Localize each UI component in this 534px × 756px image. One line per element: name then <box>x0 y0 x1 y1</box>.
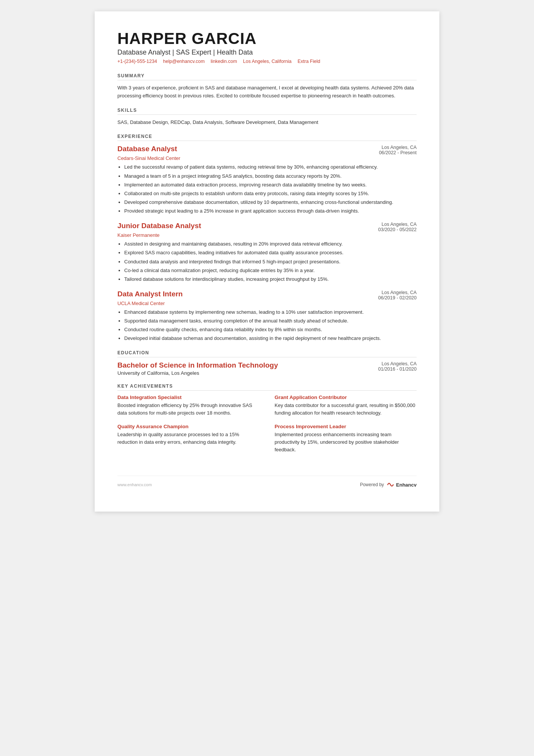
footer: www.enhancv.com Powered by Enhancv <box>117 476 417 489</box>
summary-section: SUMMARY With 3 years of experience, prof… <box>117 73 417 100</box>
bullet: Conducted routine quality checks, enhanc… <box>124 326 417 333</box>
exp-bullets-2: Enhanced database systems by implementin… <box>117 308 417 343</box>
exp-location-1: Los Angeles, CA <box>367 222 417 227</box>
edu-right-0: Los Angeles, CA 01/2016 - 01/2020 <box>378 361 417 372</box>
candidate-name: HARPER GARCIA <box>117 30 417 48</box>
summary-label: SUMMARY <box>117 73 417 80</box>
bullet: Conducted data analysis and interpreted … <box>124 258 417 266</box>
achievements-section: KEY ACHIEVEMENTS Data Integration Specia… <box>117 383 417 461</box>
achievement-text-2: Leadership in quality assurance processe… <box>117 431 259 446</box>
experience-label: EXPERIENCE <box>117 134 417 141</box>
achievement-title-3: Process Improvement Leader <box>275 424 417 429</box>
contact-extra: Extra Field <box>298 59 320 64</box>
bullet: Implemented an automated data extraction… <box>124 181 417 189</box>
achievement-title-1: Grant Application Contributor <box>275 394 417 400</box>
bullet: Explored SAS macro capabilities, leading… <box>124 249 417 257</box>
bullet: Co-led a clinical data normalization pro… <box>124 267 417 274</box>
exp-dates-1: 03/2020 - 05/2022 <box>367 227 417 232</box>
exp-dates-2: 06/2019 - 02/2020 <box>367 295 417 301</box>
exp-dates-0: 06/2022 - Present <box>367 150 417 155</box>
exp-bullets-0: Led the successful revamp of patient dat… <box>117 163 417 215</box>
exp-bullets-1: Assisted in designing and maintaining da… <box>117 240 417 283</box>
exp-header-1: Junior Database Analyst Los Angeles, CA … <box>117 222 417 232</box>
exp-item-2: Data Analyst Intern Los Angeles, CA 06/2… <box>117 290 417 343</box>
enhancv-logo-icon <box>386 481 395 489</box>
edu-item-0: Bachelor of Science in Information Techn… <box>117 361 417 376</box>
exp-company-0: Cedars-Sinai Medical Center <box>117 155 417 161</box>
contact-phone: +1-(234)-555-1234 <box>117 59 157 64</box>
achievement-title-2: Quality Assurance Champion <box>117 424 259 429</box>
edu-left: Bachelor of Science in Information Techn… <box>117 361 278 376</box>
exp-right-1: Los Angeles, CA 03/2020 - 05/2022 <box>367 222 417 232</box>
exp-company-1: Kaiser Permanente <box>117 232 417 238</box>
achievement-text-1: Key data contributor for a successful gr… <box>275 402 417 417</box>
exp-title-2: Data Analyst Intern <box>117 290 183 298</box>
achievement-item-1: Grant Application Contributor Key data c… <box>275 394 417 417</box>
exp-location-0: Los Angeles, CA <box>367 145 417 150</box>
summary-text: With 3 years of experience, proficient i… <box>117 84 417 100</box>
exp-company-2: UCLA Medical Center <box>117 301 417 306</box>
powered-by-text: Powered by <box>360 482 384 487</box>
footer-right: Powered by Enhancv <box>360 481 417 489</box>
achievements-grid: Data Integration Specialist Boosted inte… <box>117 394 417 461</box>
bullet: Enhanced database systems by implementin… <box>124 308 417 316</box>
bullet: Tailored database solutions for interdis… <box>124 275 417 283</box>
exp-item-0: Database Analyst Los Angeles, CA 06/2022… <box>117 145 417 215</box>
exp-header-2: Data Analyst Intern Los Angeles, CA 06/2… <box>117 290 417 301</box>
achievement-text-3: Implemented process enhancements increas… <box>275 431 417 454</box>
bullet: Developed comprehensive database documen… <box>124 199 417 206</box>
bullet: Led the successful revamp of patient dat… <box>124 163 417 171</box>
edu-degree-0: Bachelor of Science in Information Techn… <box>117 361 278 369</box>
exp-header-0: Database Analyst Los Angeles, CA 06/2022… <box>117 145 417 155</box>
achievement-text-0: Boosted integration efficiency by 25% th… <box>117 402 259 417</box>
education-section: EDUCATION Bachelor of Science in Informa… <box>117 350 417 376</box>
resume-page: HARPER GARCIA Database Analyst | SAS Exp… <box>95 11 439 512</box>
contact-email[interactable]: help@enhancv.com <box>163 59 205 64</box>
achievements-label: KEY ACHIEVEMENTS <box>117 383 417 391</box>
exp-title-0: Database Analyst <box>117 145 177 153</box>
exp-right-0: Los Angeles, CA 06/2022 - Present <box>367 145 417 155</box>
education-label: EDUCATION <box>117 350 417 357</box>
skills-section: SKILLS SAS, Database Design, REDCap, Dat… <box>117 108 417 127</box>
skills-text: SAS, Database Design, REDCap, Data Analy… <box>117 119 417 127</box>
achievement-item-3: Process Improvement Leader Implemented p… <box>275 424 417 454</box>
contact-location: Los Angeles, California <box>243 59 292 64</box>
exp-right-2: Los Angeles, CA 06/2019 - 02/2020 <box>367 290 417 301</box>
achievement-item-2: Quality Assurance Champion Leadership in… <box>117 424 259 454</box>
edu-location-0: Los Angeles, CA <box>378 361 417 366</box>
exp-title-1: Junior Database Analyst <box>117 222 201 230</box>
bullet: Developed initial database schemas and d… <box>124 335 417 342</box>
contact-line: +1-(234)-555-1234 help@enhancv.com linke… <box>117 59 417 64</box>
edu-school-0: University of California, Los Angeles <box>117 370 278 376</box>
enhancv-brand-name: Enhancv <box>396 482 417 488</box>
bullet: Provided strategic input leading to a 25… <box>124 207 417 215</box>
bullet: Assisted in designing and maintaining da… <box>124 240 417 248</box>
enhancv-logo: Enhancv <box>386 481 417 489</box>
experience-section: EXPERIENCE Database Analyst Los Angeles,… <box>117 134 417 342</box>
exp-item-1: Junior Database Analyst Los Angeles, CA … <box>117 222 417 283</box>
footer-website: www.enhancv.com <box>117 482 152 487</box>
edu-dates-0: 01/2016 - 01/2020 <box>378 366 417 372</box>
achievement-item-0: Data Integration Specialist Boosted inte… <box>117 394 259 417</box>
candidate-title: Database Analyst | SAS Expert | Health D… <box>117 49 417 56</box>
header: HARPER GARCIA Database Analyst | SAS Exp… <box>117 30 417 64</box>
exp-location-2: Los Angeles, CA <box>367 290 417 295</box>
skills-label: SKILLS <box>117 108 417 115</box>
bullet: Collaborated on multi-site projects to e… <box>124 190 417 197</box>
achievement-title-0: Data Integration Specialist <box>117 394 259 400</box>
bullet: Supported data management tasks, ensurin… <box>124 317 417 325</box>
contact-linkedin[interactable]: linkedin.com <box>211 59 237 64</box>
bullet: Managed a team of 5 in a project integra… <box>124 172 417 180</box>
